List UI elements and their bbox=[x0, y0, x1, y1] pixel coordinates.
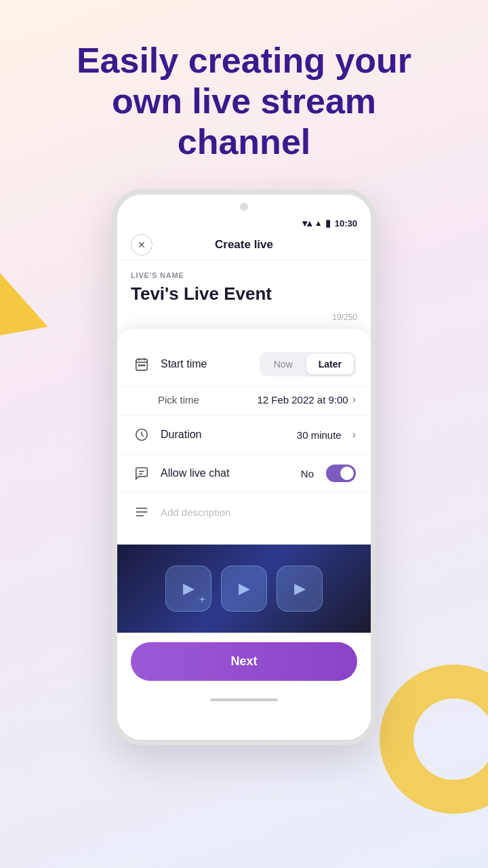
next-button[interactable]: Next bbox=[131, 642, 357, 681]
close-icon: ✕ bbox=[138, 239, 146, 250]
start-time-icon bbox=[132, 355, 151, 374]
pick-time-value: 12 Feb 2022 at 9:00 bbox=[257, 394, 348, 406]
phone-bottom-bar bbox=[117, 692, 371, 711]
live-chat-right: No bbox=[301, 465, 356, 482]
duration-icon bbox=[132, 425, 151, 444]
key-icon-2 bbox=[221, 566, 267, 612]
hero-title: Easily creating your own live stream cha… bbox=[41, 41, 447, 162]
svg-point-4 bbox=[138, 365, 140, 366]
description-icon bbox=[132, 502, 151, 521]
phone-body: ▾▴ ▲ ▮ 10:30 ✕ Create live LIVE'S NAME T… bbox=[112, 189, 376, 745]
char-count: 19/250 bbox=[117, 310, 371, 329]
now-button[interactable]: Now bbox=[262, 354, 305, 374]
status-time: 10:30 bbox=[335, 218, 357, 229]
key-icon-1 bbox=[165, 566, 211, 612]
next-button-wrap: Next bbox=[117, 633, 371, 692]
hero-section: Easily creating your own live stream cha… bbox=[0, 0, 488, 182]
live-chat-label: Allow live chat bbox=[161, 467, 301, 479]
duration-row[interactable]: Duration 30 minute › bbox=[117, 416, 371, 454]
start-time-toggle: Now Later bbox=[260, 352, 356, 376]
later-button[interactable]: Later bbox=[306, 354, 354, 374]
app-preview-image bbox=[117, 545, 371, 633]
now-later-toggle[interactable]: Now Later bbox=[260, 352, 356, 376]
description-row[interactable]: Add description bbox=[117, 493, 371, 531]
duration-value: 30 minute bbox=[297, 429, 342, 441]
home-indicator bbox=[210, 698, 278, 701]
create-live-header: ✕ Create live bbox=[117, 231, 371, 260]
live-chat-toggle[interactable] bbox=[326, 465, 356, 482]
duration-label: Duration bbox=[161, 429, 297, 441]
close-button[interactable]: ✕ bbox=[131, 234, 152, 256]
live-chat-row: Allow live chat No bbox=[117, 454, 371, 493]
live-name-section: LIVE'S NAME Tevi's Live Event bbox=[117, 260, 371, 310]
key-icon-3 bbox=[277, 566, 323, 612]
phone-mockup: ▾▴ ▲ ▮ 10:30 ✕ Create live LIVE'S NAME T… bbox=[0, 189, 488, 745]
wifi-icon: ▾▴ bbox=[302, 218, 312, 229]
options-card: Start time Now Later Pick time 12 Feb 20… bbox=[117, 329, 371, 545]
duration-chevron: › bbox=[352, 429, 356, 441]
phone-top-bar bbox=[117, 195, 371, 215]
live-chat-icon bbox=[132, 464, 151, 483]
start-time-row: Start time Now Later bbox=[117, 342, 371, 387]
live-name-label: LIVE'S NAME bbox=[131, 271, 357, 279]
create-live-title: Create live bbox=[215, 238, 273, 252]
svg-point-6 bbox=[144, 365, 145, 366]
live-chat-status: No bbox=[301, 468, 314, 479]
pick-time-chevron: › bbox=[352, 393, 356, 406]
status-icons: ▾▴ ▲ ▮ bbox=[302, 218, 331, 229]
start-time-label: Start time bbox=[161, 358, 260, 370]
pick-time-row[interactable]: Pick time 12 Feb 2022 at 9:00 › bbox=[117, 387, 371, 416]
battery-icon: ▮ bbox=[325, 218, 331, 229]
signal-icon: ▲ bbox=[314, 218, 323, 228]
svg-point-5 bbox=[141, 365, 142, 366]
pick-time-label: Pick time bbox=[158, 394, 257, 406]
keyboard-icons bbox=[165, 566, 323, 612]
live-name-value: Tevi's Live Event bbox=[131, 283, 357, 304]
phone-camera bbox=[240, 203, 248, 211]
duration-value-wrap: 30 minute › bbox=[297, 429, 356, 441]
status-bar: ▾▴ ▲ ▮ 10:30 bbox=[117, 215, 371, 231]
description-placeholder: Add description bbox=[161, 507, 230, 518]
